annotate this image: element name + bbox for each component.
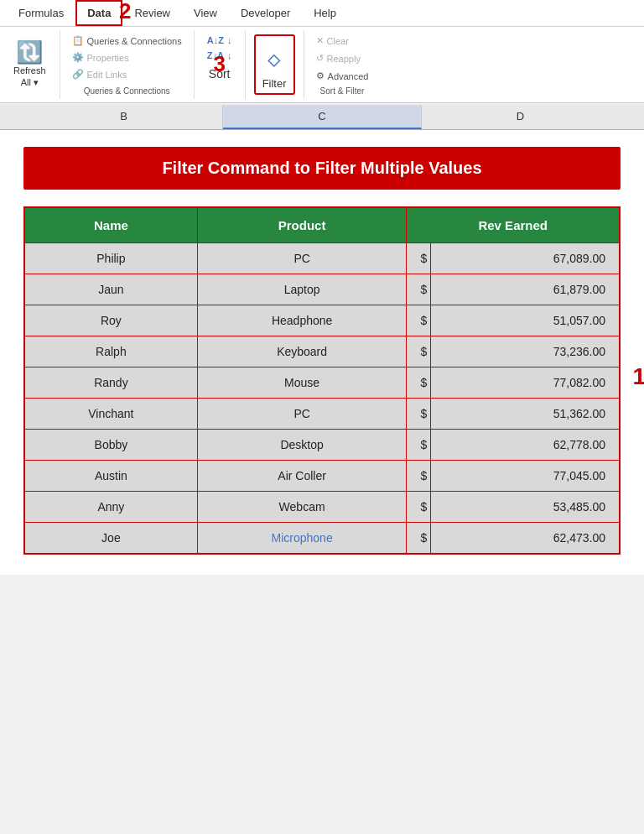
cell-product: Mouse	[197, 367, 407, 399]
tab-view[interactable]: View	[182, 0, 229, 26]
properties-button[interactable]: ⚙️ Properties	[69, 50, 132, 65]
ribbon: Formulas Data 2 Review View Developer He…	[0, 0, 644, 103]
table-row: JoeMicrophone$62,473.00	[24, 523, 620, 555]
col-header-product: Product	[197, 207, 407, 243]
cell-product: Microphone	[197, 523, 407, 555]
refresh-all-button[interactable]: 🔃 RefreshAll ▾	[8, 38, 51, 91]
advanced-label: Advanced	[328, 71, 369, 81]
cell-amount: 61,879.00	[431, 274, 620, 305]
data-table: Name Product Rev Earned PhilipPC$67,089.…	[23, 206, 621, 555]
queries-icon: 📋	[72, 35, 84, 46]
tab-developer[interactable]: Developer	[229, 0, 302, 26]
tab-help[interactable]: Help	[302, 0, 348, 26]
reapply-icon: ↺	[316, 53, 324, 64]
cell-currency: $	[407, 274, 431, 305]
queries-connections-button[interactable]: 📋 Queries & Connections	[69, 34, 185, 48]
filter-label: Filter	[262, 77, 287, 90]
refresh-icon: 🔃	[16, 41, 43, 63]
col-header-d: D	[422, 105, 619, 129]
table-row: VinchantPC$51,362.00	[24, 399, 620, 430]
clear-button[interactable]: ✕ Clear	[313, 34, 372, 48]
tab-data[interactable]: Data	[75, 0, 122, 26]
cell-amount: 77,045.00	[431, 461, 620, 492]
filter-icon: ⬦	[265, 39, 283, 75]
reapply-button[interactable]: ↺ Reapply	[313, 51, 372, 65]
sortfilter-group-label: Sort & Filter	[320, 83, 365, 96]
cell-currency: $	[407, 461, 431, 492]
sort-az-button[interactable]: A↓Z ↓	[204, 34, 236, 47]
cell-amount: 62,473.00	[431, 523, 620, 555]
filter-items: ⬦ Filter	[254, 34, 295, 96]
clear-label: Clear	[327, 36, 349, 46]
cell-name: Ralph	[24, 336, 197, 367]
tab-review[interactable]: Review	[122, 0, 182, 26]
cell-currency: $	[407, 243, 431, 274]
sort-items: A↓Z ↓ Z↓A ↓ Sort 3	[203, 34, 236, 96]
cell-product: Webcam	[197, 492, 407, 523]
ribbon-group-refresh: 🔃 RefreshAll ▾	[0, 30, 60, 99]
ribbon-group-queries: 📋 Queries & Connections ⚙️ Properties 🔗 …	[60, 30, 195, 99]
table-row: JaunLaptop$61,879.00	[24, 274, 620, 305]
col-header-c: C	[223, 105, 421, 129]
cell-currency: $	[407, 305, 431, 336]
sort-az-arrow: ↓	[227, 35, 232, 45]
refresh-icon-wrap: 🔃 RefreshAll ▾	[8, 38, 51, 91]
refresh-all-label: RefreshAll ▾	[13, 65, 46, 87]
cell-amount: 53,485.00	[431, 492, 620, 523]
ribbon-group-sortfilter-right: ✕ Clear ↺ Reapply ⚙ Advanced Sort & Filt…	[304, 30, 381, 99]
cell-amount: 67,089.00	[431, 243, 620, 274]
cell-currency: $	[407, 492, 431, 523]
cell-name: Vinchant	[24, 399, 197, 430]
cell-product: Air Coller	[197, 461, 407, 492]
cell-name: Philip	[24, 243, 197, 274]
table-header-row: Name Product Rev Earned	[24, 207, 620, 243]
cell-name: Anny	[24, 492, 197, 523]
cell-name: Austin	[24, 461, 197, 492]
title-banner: Filter Command to Filter Multiple Values	[23, 147, 621, 190]
ribbon-tabs: Formulas Data 2 Review View Developer He…	[0, 0, 644, 27]
sheet-body: Filter Command to Filter Multiple Values…	[0, 130, 644, 575]
cell-currency: $	[407, 367, 431, 399]
properties-label: Properties	[87, 53, 129, 63]
tab-formulas[interactable]: Formulas	[7, 0, 75, 26]
col-header-name: Name	[24, 207, 197, 243]
tab-data-wrapper: Data 2	[75, 0, 122, 26]
cell-name: Roy	[24, 305, 197, 336]
refresh-group-items: 🔃 RefreshAll ▾	[8, 34, 51, 96]
table-row: AnnyWebcam$53,485.00	[24, 492, 620, 523]
sort-za-arrow: ↓	[227, 50, 232, 60]
table-row: RandyMouse$77,082.00	[24, 367, 620, 399]
advanced-button[interactable]: ⚙ Advanced	[313, 69, 372, 83]
ribbon-group-filter: ⬦ Filter	[246, 30, 304, 99]
cell-name: Bobby	[24, 430, 197, 461]
reapply-label: Reapply	[327, 54, 361, 64]
queries-group-label: Queries & Connections	[84, 83, 170, 96]
edit-links-icon: 🔗	[72, 69, 84, 80]
cell-amount: 73,236.00	[431, 336, 620, 367]
cell-product: Desktop	[197, 430, 407, 461]
edit-links-button[interactable]: 🔗 Edit Links	[69, 67, 131, 81]
queries-items: 📋 Queries & Connections ⚙️ Properties 🔗 …	[69, 34, 185, 83]
col-header-b: B	[25, 105, 223, 129]
queries-connections-label: Queries & Connections	[87, 36, 182, 46]
properties-icon: ⚙️	[72, 52, 84, 63]
sort-button[interactable]: Sort 3	[203, 64, 236, 84]
table-row: RalphKeyboard$73,236.00	[24, 336, 620, 367]
right-col-items: ✕ Clear ↺ Reapply ⚙ Advanced	[313, 34, 372, 83]
cell-product: Keyboard	[197, 336, 407, 367]
table-row: BobbyDesktop$62,778.00	[24, 430, 620, 461]
filter-button[interactable]: ⬦ Filter	[254, 34, 295, 95]
cell-currency: $	[407, 430, 431, 461]
table-number-label: 1	[632, 363, 644, 390]
cell-amount: 51,057.00	[431, 305, 620, 336]
cell-amount: 77,082.00	[431, 367, 620, 399]
cell-name: Randy	[24, 367, 197, 399]
ribbon-content: 🔃 RefreshAll ▾ 📋 Queries & Connections ⚙…	[0, 27, 644, 102]
cell-product: Laptop	[197, 274, 407, 305]
table-row: AustinAir Coller$77,045.00	[24, 461, 620, 492]
ribbon-group-sort: A↓Z ↓ Z↓A ↓ Sort 3	[195, 30, 246, 99]
cell-product: Headphone	[197, 305, 407, 336]
cell-currency: $	[407, 523, 431, 555]
table-row: RoyHeadphone$51,057.00	[24, 305, 620, 336]
cell-product: PC	[197, 243, 407, 274]
